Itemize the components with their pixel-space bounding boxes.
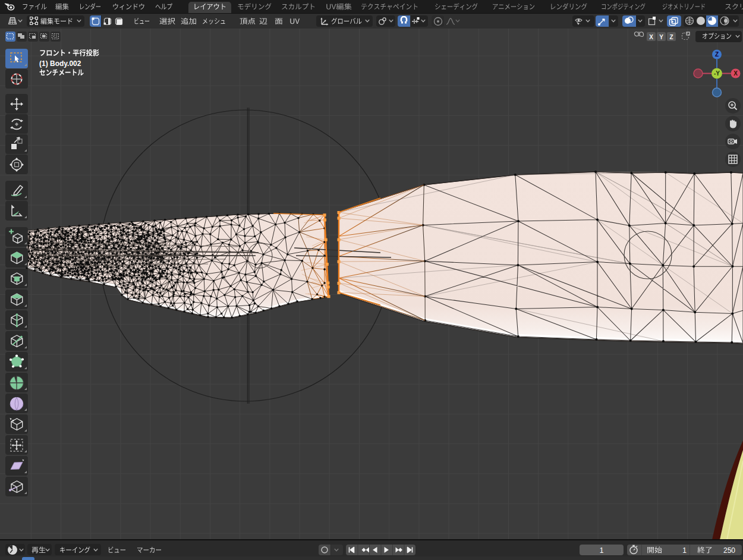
svg-text:-Y: -Y [714, 70, 720, 77]
svg-text:1: 1 [682, 546, 687, 555]
svg-text:1: 1 [600, 546, 604, 555]
svg-text:Y: Y [660, 34, 664, 40]
svg-text:X: X [649, 34, 653, 40]
svg-text:X: X [733, 70, 738, 77]
svg-text:(1) Body.002: (1) Body.002 [39, 59, 81, 68]
svg-text:250: 250 [723, 546, 735, 555]
svg-text:Z: Z [715, 51, 719, 58]
svg-text:Z: Z [669, 34, 673, 40]
